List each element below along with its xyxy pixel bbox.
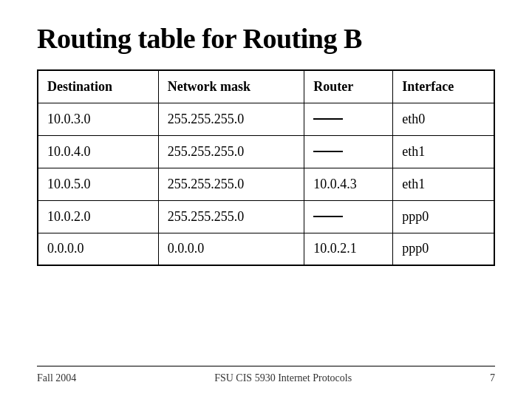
footer-left: Fall 2004 bbox=[37, 372, 76, 384]
col-header-destination: Destination bbox=[38, 70, 158, 103]
cell-destination: 10.0.3.0 bbox=[38, 103, 158, 135]
cell-destination: 10.0.5.0 bbox=[38, 168, 158, 200]
dash-indicator bbox=[313, 151, 343, 152]
footer: Fall 2004 FSU CIS 5930 Internet Protocol… bbox=[37, 366, 495, 384]
cell-interface: eth1 bbox=[393, 168, 494, 200]
cell-router bbox=[304, 200, 393, 233]
cell-destination: 10.0.2.0 bbox=[38, 200, 158, 233]
page-title: Routing table for Routing B bbox=[37, 22, 495, 55]
cell-router bbox=[304, 103, 393, 135]
col-header-router: Router bbox=[304, 70, 393, 103]
table-container: Destination Network mask Router Interfac… bbox=[37, 69, 495, 358]
dash-indicator bbox=[313, 118, 343, 120]
footer-center: FSU CIS 5930 Internet Protocols bbox=[214, 372, 352, 384]
table-header-row: Destination Network mask Router Interfac… bbox=[38, 70, 494, 103]
cell-network_mask: 255.255.255.0 bbox=[158, 135, 304, 168]
footer-right: 7 bbox=[490, 372, 495, 384]
cell-interface: eth0 bbox=[393, 103, 494, 135]
dash-indicator bbox=[313, 216, 343, 217]
slide: Routing table for Routing B Destination … bbox=[0, 0, 532, 399]
cell-network_mask: 0.0.0.0 bbox=[158, 233, 304, 265]
cell-network_mask: 255.255.255.0 bbox=[158, 168, 304, 200]
routing-table: Destination Network mask Router Interfac… bbox=[37, 69, 495, 266]
col-header-interface: Interface bbox=[393, 70, 494, 103]
table-row: 10.0.4.0255.255.255.0eth1 bbox=[38, 135, 494, 168]
cell-router bbox=[304, 135, 393, 168]
cell-router: 10.0.2.1 bbox=[304, 233, 393, 265]
cell-destination: 0.0.0.0 bbox=[38, 233, 158, 265]
cell-destination: 10.0.4.0 bbox=[38, 135, 158, 168]
cell-router: 10.0.4.3 bbox=[304, 168, 393, 200]
cell-interface: eth1 bbox=[393, 135, 494, 168]
table-row: 10.0.2.0255.255.255.0ppp0 bbox=[38, 200, 494, 233]
cell-network_mask: 255.255.255.0 bbox=[158, 200, 304, 233]
table-row: 10.0.5.0255.255.255.010.0.4.3eth1 bbox=[38, 168, 494, 200]
cell-interface: ppp0 bbox=[393, 233, 494, 265]
table-row: 0.0.0.00.0.0.010.0.2.1ppp0 bbox=[38, 233, 494, 265]
col-header-network-mask: Network mask bbox=[158, 70, 304, 103]
cell-network_mask: 255.255.255.0 bbox=[158, 103, 304, 135]
table-row: 10.0.3.0255.255.255.0eth0 bbox=[38, 103, 494, 135]
cell-interface: ppp0 bbox=[393, 200, 494, 233]
